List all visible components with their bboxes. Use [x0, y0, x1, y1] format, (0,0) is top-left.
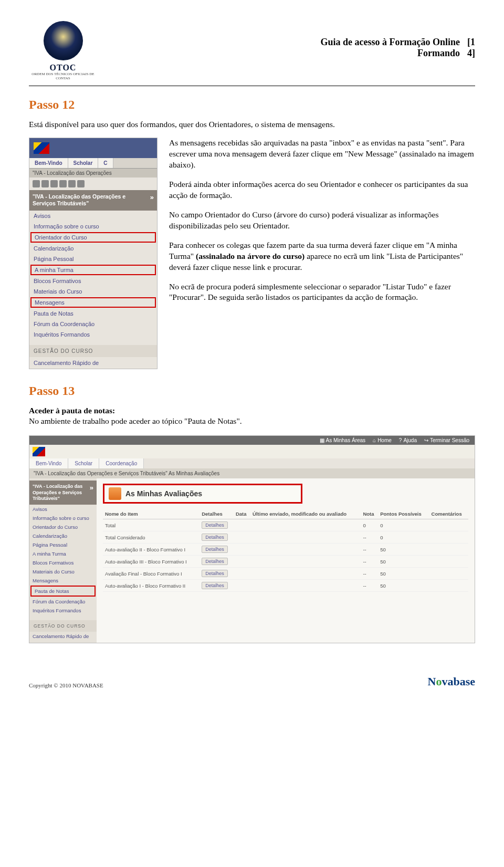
p13-bold: Aceder à pauta de notas:: [29, 406, 115, 415]
cell-last: [250, 568, 361, 580]
topnav-logout[interactable]: ↪ Terminar Sessão: [424, 437, 469, 443]
tab-bemvindo[interactable]: Bem-Vindo: [29, 458, 68, 468]
ws-main: As Minhas Avaliações Nome do ItemDetalhe…: [97, 478, 475, 643]
cell-pts: 50: [378, 544, 429, 556]
passo12-intro: Está disponível para uso quer dos forman…: [29, 119, 475, 130]
chevron-right-icon: »: [90, 484, 93, 492]
copyright: Copyright © 2010 NOVABASE: [29, 682, 103, 688]
sidebar-item[interactable]: Orientador do Curso: [30, 232, 156, 243]
p13-rest: No ambiente de trabalho pode aceder ao t…: [29, 416, 242, 425]
table-row: TotalDetalhes00: [103, 519, 468, 531]
otoc-name: OTOC: [29, 63, 97, 72]
sidebar-item[interactable]: Fórum da Coordenação: [29, 597, 97, 606]
sidebar-item[interactable]: Avisos: [29, 211, 157, 221]
grades-table: Nome do ItemDetalhesDataÚltimo enviado, …: [103, 509, 468, 592]
cell-date: [234, 531, 250, 544]
cell-last: [250, 531, 361, 544]
sidebar-item[interactable]: Fórum da Coordenação: [29, 319, 157, 329]
table-row: Auto-avaliação II - Bloco Formativo IDet…: [103, 544, 468, 556]
doc-title-2: Formando: [417, 48, 460, 59]
cell-pts: 50: [378, 556, 429, 568]
sidebar-item[interactable]: Avisos: [29, 505, 97, 514]
sidebar-item[interactable]: Orientador do Curso: [29, 523, 97, 531]
sidebar-item[interactable]: Blocos Formativos: [29, 558, 97, 567]
details-button[interactable]: Detalhes: [202, 546, 228, 553]
otoc-logo-block: OTOC ORDEM DOS TÉCNICOS OFICIAIS DE CONT…: [29, 21, 97, 80]
sidebar-item[interactable]: Página Pessoal: [29, 540, 97, 549]
tool-icon[interactable]: [59, 180, 67, 187]
tab-coord[interactable]: Coordenação: [99, 458, 144, 468]
assessment-icon: [109, 487, 121, 500]
sidebar-item[interactable]: Blocos Formativos: [29, 276, 157, 286]
table-row: Avaliação Final - Bloco Formativo IDetal…: [103, 568, 468, 580]
p12-para: No campo Orientador do Curso (árvore do …: [169, 210, 475, 232]
cancel-link[interactable]: Cancelamento Rápido de: [29, 357, 157, 369]
cell-last: [250, 580, 361, 592]
sidebar-item[interactable]: Calendarização: [29, 531, 97, 540]
sidebar-item[interactable]: Pauta de Notas: [29, 308, 157, 319]
ws-main-title: As Minhas Avaliações: [125, 489, 202, 498]
tab-bemvindo[interactable]: Bem-Vindo: [29, 158, 68, 168]
details-button[interactable]: Detalhes: [202, 558, 228, 565]
sidebar-item[interactable]: A minha Turma: [29, 549, 97, 558]
sidebar-item[interactable]: Inquéritos Formandos: [29, 606, 97, 615]
details-button[interactable]: Detalhes: [202, 534, 228, 541]
tab-scholar[interactable]: Scholar: [68, 458, 99, 468]
topnav-areas[interactable]: ▦ As Minhas Áreas: [320, 437, 366, 443]
tab-c[interactable]: C: [98, 158, 113, 168]
cell-name: Avaliação Final - Bloco Formativo I: [103, 568, 200, 580]
flag-icon: [34, 142, 49, 154]
cell-com: [429, 556, 468, 568]
sidebar-item[interactable]: Materiais do Curso: [29, 567, 97, 576]
table-header: Comentários: [429, 509, 468, 519]
ws-breadcrumb: "IVA - Localização das Operações e Servi…: [29, 468, 475, 478]
sidebar-item[interactable]: Calendarização: [29, 243, 157, 254]
sidebar-item[interactable]: Página Pessoal: [29, 254, 157, 264]
topnav-home[interactable]: ⌂ Home: [373, 437, 392, 443]
table-header: Pontos Possíveis: [378, 509, 429, 519]
ws-course-header[interactable]: "IVA - Localização das Operações e Servi…: [29, 480, 97, 505]
tool-icon[interactable]: [77, 180, 85, 187]
p12-para: As mensagens recebidas são arquivadas na…: [169, 138, 475, 171]
passo12-text: As mensagens recebidas são arquivadas na…: [169, 138, 475, 369]
sidebar-item[interactable]: Inquéritos Formandos: [29, 329, 157, 340]
tool-icon[interactable]: [33, 180, 40, 187]
sidebar-item[interactable]: Materiais do Curso: [29, 286, 157, 297]
sidebar-item[interactable]: A minha Turma: [30, 265, 156, 275]
tab-scholar[interactable]: Scholar: [68, 158, 99, 168]
page-footer: Copyright © 2010 NOVABASE Novabase: [29, 675, 475, 688]
toolbar-icons: [29, 177, 157, 190]
sidebar-item[interactable]: Mensagens: [30, 297, 156, 308]
grades-screenshot: ▦ As Minhas Áreas ⌂ Home ? Ajuda ↪ Termi…: [29, 435, 475, 643]
details-button[interactable]: Detalhes: [202, 521, 228, 529]
sidebar-item[interactable]: Informação sobre o curso: [29, 514, 97, 523]
course-manage-header: GESTÃO DO CURSO: [29, 345, 157, 357]
cell-pts: 50: [378, 568, 429, 580]
otoc-subtitle: ORDEM DOS TÉCNICOS OFICIAIS DE CONTAS: [29, 72, 97, 80]
table-header: Nota: [361, 509, 378, 519]
tool-icon[interactable]: [41, 180, 49, 187]
cell-pts: 0: [378, 531, 429, 544]
cell-pts: 0: [378, 519, 429, 531]
header-titles: Guia de acesso à Formação Online [1 Form…: [321, 21, 475, 59]
topnav-help[interactable]: ? Ajuda: [399, 437, 417, 443]
ws-cancel-link[interactable]: Cancelamento Rápido de: [29, 632, 97, 641]
otoc-seal-icon: [44, 21, 83, 60]
cell-last: [250, 544, 361, 556]
tool-icon[interactable]: [50, 180, 58, 187]
details-button[interactable]: Detalhes: [202, 582, 228, 589]
tool-icon[interactable]: [68, 180, 76, 187]
sidebar-item[interactable]: Mensagens: [29, 576, 97, 585]
sidebar-item[interactable]: Pauta de Notas: [30, 586, 96, 597]
sidebar-item[interactable]: Informação sobre o curso: [29, 221, 157, 232]
app-tabs: Bem-Vindo Scholar C: [29, 158, 157, 169]
cell-com: [429, 580, 468, 592]
doc-code-1: [1: [467, 37, 475, 48]
details-button[interactable]: Detalhes: [202, 570, 228, 577]
ws-course-title: "IVA - Localização das Operações e Servi…: [33, 484, 90, 502]
cell-com: [429, 519, 468, 531]
top-nav: ▦ As Minhas Áreas ⌂ Home ? Ajuda ↪ Termi…: [29, 436, 475, 445]
course-tree-header[interactable]: "IVA - Localização das Operações e Servi…: [29, 190, 157, 210]
sidebar-screenshot: Bem-Vindo Scholar C "IVA - Localização d…: [29, 138, 158, 369]
app-logo-row: [29, 445, 475, 458]
